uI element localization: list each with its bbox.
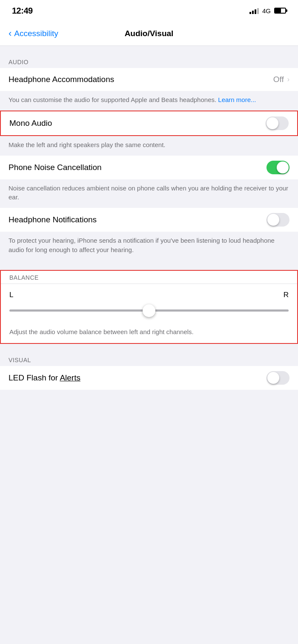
balance-inner: L R (1, 284, 297, 323)
balance-left-label: L (9, 291, 13, 299)
mono-desc: Make the left and right speakers play th… (0, 136, 298, 156)
mono-audio-toggle[interactable] (266, 116, 289, 130)
section-gap-top (0, 46, 298, 55)
headphone-notifications-label: Headphone Notifications (9, 215, 266, 224)
balance-slider[interactable] (9, 304, 289, 318)
headphone-notifications-group: Headphone Notifications (0, 208, 298, 232)
battery-icon (274, 8, 286, 14)
battery-fill (275, 9, 281, 13)
nav-header: ‹ Accessibility Audio/Visual (0, 21, 298, 46)
audio-settings-group: Headphone Accommodations Off › (0, 68, 298, 91)
page-title: Audio/Visual (68, 29, 230, 38)
back-label: Accessibility (14, 29, 58, 38)
noise-cancellation-row[interactable]: Phone Noise Cancellation (0, 156, 298, 179)
mono-audio-row[interactable]: Mono Audio (1, 111, 297, 135)
signal-icon (249, 7, 259, 14)
headphone-accommodations-row[interactable]: Headphone Accommodations Off › (0, 68, 298, 91)
chevron-right-icon: › (287, 76, 289, 83)
visual-settings-group: LED Flash for Alerts (0, 366, 298, 390)
slider-knob[interactable] (143, 304, 155, 317)
chevron-left-icon: ‹ (9, 28, 11, 39)
headphone-notifications-knob (267, 214, 279, 226)
section-header-audio: AUDIO (0, 55, 298, 68)
bottom-spacer (0, 390, 298, 415)
section-gap-balance (0, 261, 298, 270)
headphone-notifications-toggle[interactable] (266, 213, 289, 227)
status-time: 12:49 (12, 6, 33, 16)
mono-audio-label: Mono Audio (9, 119, 266, 128)
led-flash-label: LED Flash for Alerts (9, 373, 266, 383)
led-flash-row[interactable]: LED Flash for Alerts (0, 366, 298, 390)
back-button[interactable]: ‹ Accessibility (9, 28, 68, 39)
mono-audio-highlight: Mono Audio (0, 111, 298, 136)
mono-audio-knob (266, 117, 278, 129)
headphone-desc: You can customise the audio for supporte… (0, 91, 298, 111)
slider-track (9, 309, 289, 312)
headphone-accommodations-label: Headphone Accommodations (9, 75, 273, 84)
noise-cancellation-knob (277, 162, 289, 173)
noise-desc: Noise cancellation reduces ambient noise… (0, 179, 298, 208)
led-flash-knob (267, 372, 279, 384)
balance-right-label: R (284, 291, 289, 299)
noise-cancellation-toggle[interactable] (266, 161, 289, 174)
status-icons: 4G (249, 7, 286, 14)
noise-cancellation-group: Phone Noise Cancellation (0, 156, 298, 179)
network-label: 4G (262, 7, 271, 14)
status-bar: 12:49 4G (0, 0, 298, 21)
learn-more-link[interactable]: Learn more... (218, 96, 256, 103)
noise-cancellation-label: Phone Noise Cancellation (9, 163, 266, 172)
headphone-notifications-row[interactable]: Headphone Notifications (0, 208, 298, 232)
balance-desc: Adjust the audio volume balance between … (1, 323, 297, 343)
notifications-desc: To protect your hearing, iPhone sends a … (0, 232, 298, 261)
mono-audio-group: Mono Audio (1, 111, 297, 135)
section-header-balance: BALANCE (1, 271, 297, 284)
balance-labels: L R (9, 291, 289, 299)
section-header-visual: VISUAL (0, 353, 298, 366)
section-gap-visual (0, 344, 298, 353)
headphone-accommodations-value: Off (273, 75, 284, 84)
led-flash-toggle[interactable] (266, 371, 289, 385)
balance-section-highlight: BALANCE L R Adjust the audio volume bala… (0, 270, 298, 344)
